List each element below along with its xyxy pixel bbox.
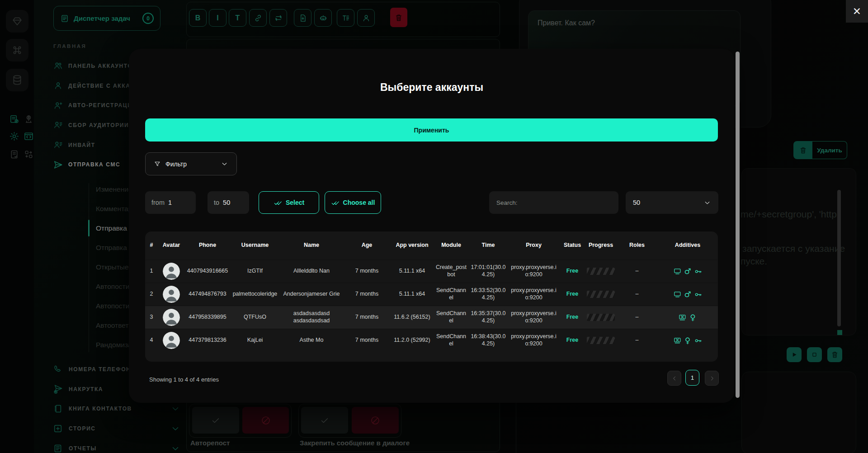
column-header: App version [391,242,434,249]
to-label: to [214,199,219,206]
cell-age: 7 months [343,291,391,298]
choose-all-label: Choose all [343,199,375,206]
cell-avatar [158,286,185,303]
cell-age: 7 months [343,268,391,275]
table-header-row: #AvatarPhoneUsernameNameAgeApp versionMo… [145,231,718,260]
cell-time: 16:33:52(30.04.25) [469,287,508,301]
column-header: Additives [657,242,718,249]
cell-app_version: 11.2.0 (52992) [391,337,434,344]
select-button[interactable]: Select [259,191,319,214]
avatar [163,286,180,303]
avatar [163,332,180,349]
cell-proxy: proxy.proxyverse.io:9200 [508,310,560,324]
select-button-label: Select [286,199,304,206]
table-row[interactable]: 3447958339895QTFUsOasdadsasdasd asdasdas… [145,306,718,329]
accounts-table: #AvatarPhoneUsernameNameAgeApp versionMo… [145,231,718,362]
cell-avatar [158,332,185,349]
column-header: Progress [585,242,617,249]
column-header: Name [280,242,343,249]
cell-phone: 4407943916665 [185,268,230,275]
cell-num: 3 [145,314,158,321]
pagination-page-1[interactable]: 1 [685,370,699,386]
cell-num: 1 [145,268,158,275]
cell-status: Free [560,268,585,275]
pagination-next-button[interactable] [705,371,719,386]
cell-app_version: 5.11.1 x64 [391,291,434,298]
column-header: Phone [185,242,230,249]
column-header: Avatar [158,242,185,249]
cell-additives: ♂ [657,290,718,299]
desktop-icon [673,290,682,299]
cell-num: 2 [145,291,158,298]
cell-avatar [158,309,185,326]
key-icon [694,267,703,276]
progress-bar [587,314,615,321]
progress-bar [587,268,615,275]
cell-status: Free [560,314,585,321]
apply-button[interactable]: Применить [145,118,718,142]
chevron-left-icon [671,375,678,382]
cell-progress [585,268,617,275]
cell-proxy: proxy.proxyverse.io:9200 [508,333,560,347]
table-row[interactable]: 4447379813236KajLeiAsthe Mo7 months11.2.… [145,329,718,352]
column-header: Proxy [508,242,560,249]
double-check-icon [331,198,340,207]
pagination-prev-button[interactable] [667,371,681,386]
cell-time: 17:01:01(30.04.25) [469,264,508,278]
cell-additives: ♀ [657,336,718,345]
select-accounts-modal: Выберите аккаунты Применить Фильтр from … [129,49,735,403]
from-label: from [151,199,165,206]
table-row[interactable]: 14407943916665IzGTIfAlllelddlto Nan7 mon… [145,260,718,283]
filter-dropdown[interactable]: Фильтр [145,152,237,175]
cell-name: asdadsasdasd asdasdasdsad [280,310,343,324]
cell-progress [585,291,617,298]
male-icon: ♂ [684,267,692,276]
desktop-icon [673,267,682,276]
column-header: Roles [617,242,657,249]
cell-status: Free [560,291,585,298]
modal-scrollbar[interactable] [736,52,740,398]
cell-name: Andersonjameser Grie [280,291,343,298]
cell-avatar [158,263,185,280]
page-size-value: 50 [633,199,640,206]
cell-app_version: 5.11.1 x64 [391,268,434,275]
cell-module: SendChannel [434,287,469,301]
key-icon [694,290,703,299]
column-header: # [145,242,158,249]
page-size-select[interactable]: 50 [626,191,718,214]
choose-all-button[interactable]: Choose all [325,191,381,214]
cell-username: QTFUsO [230,314,280,321]
desktop-x-icon [678,313,687,322]
table-showing-text: Showing 1 to 4 of 4 entries [149,376,219,383]
table-row[interactable]: 2447494876793palmettocoleridgeAndersonja… [145,283,718,306]
cell-module: Create_postbot [434,264,469,278]
cell-username: IzGTIf [230,268,280,275]
cell-proxy: proxy.proxyverse.io:9200 [508,264,560,278]
to-value: 50 [223,199,230,206]
cell-time: 16:35:37(30.04.25) [469,310,508,324]
cell-name: Asthe Mo [280,337,343,344]
column-header: Module [434,242,469,249]
male-icon: ♂ [684,290,692,299]
cell-age: 7 months [343,337,391,344]
female-icon: ♀ [684,336,692,345]
range-to-input[interactable]: to 50 [208,191,249,214]
progress-bar [587,291,615,298]
search-input[interactable] [489,191,618,214]
range-from-input[interactable]: from 1 [145,191,196,214]
cell-roles: – [617,291,657,298]
cell-time: 16:38:43(30.04.25) [469,333,508,347]
desktop-x-icon [673,336,682,345]
modal-title: Выберите аккаунты [129,81,735,94]
column-header: Time [469,242,508,249]
chevron-right-icon [709,375,715,382]
progress-bar [587,337,615,344]
modal-close-button[interactable]: ✕ [846,0,868,23]
cell-app_version: 11.6.2 (56152) [391,314,434,321]
cell-name: Alllelddlto Nan [280,268,343,275]
cell-roles: – [617,337,657,344]
column-header: Username [230,242,280,249]
cell-age: 7 months [343,314,391,321]
avatar [163,263,180,280]
key-icon [694,336,703,345]
